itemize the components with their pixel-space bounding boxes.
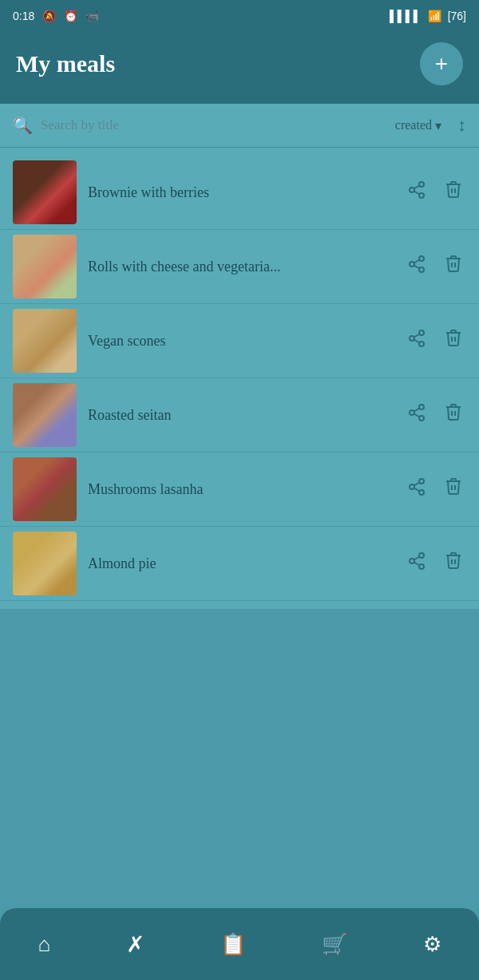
trash-icon — [444, 328, 463, 349]
meal-list: Brownie with berries — [0, 148, 479, 609]
wifi-icon: 📶 — [428, 10, 441, 22]
svg-line-14 — [414, 334, 420, 338]
svg-line-24 — [414, 483, 420, 486]
delete-button[interactable] — [441, 547, 466, 579]
meal-name: Brownie with berries — [88, 184, 404, 201]
meal-thumbnail — [13, 531, 77, 595]
meal-thumbnail — [13, 235, 77, 298]
share-icon — [407, 551, 426, 571]
delete-button[interactable] — [441, 325, 466, 357]
svg-line-4 — [414, 186, 420, 189]
svg-point-16 — [410, 410, 414, 415]
video-icon: 📹 — [85, 10, 99, 22]
search-input[interactable] — [41, 117, 387, 133]
share-icon — [407, 180, 426, 200]
nav-recipes[interactable]: ✗ — [126, 931, 144, 958]
share-button[interactable] — [404, 400, 430, 430]
share-button[interactable] — [404, 474, 430, 504]
list-icon: 📋 — [220, 932, 246, 957]
search-icon: 🔍 — [13, 116, 33, 135]
share-icon — [407, 255, 426, 274]
sort-toggle-icon[interactable]: ↕ — [457, 115, 466, 136]
svg-point-25 — [419, 553, 424, 558]
list-item[interactable]: Mushrooms lasanha — [0, 452, 479, 527]
search-bar: 🔍 created ▾ ↕ — [0, 104, 479, 148]
svg-point-26 — [410, 559, 414, 563]
bottom-navigation: ⌂ ✗ 📋 🛒 ⚙ — [0, 908, 479, 980]
alarm-icon: ⏰ — [64, 10, 77, 22]
nav-cart[interactable]: 🛒 — [322, 932, 347, 957]
list-item[interactable]: Rolls with cheese and vegetaria... — [0, 230, 479, 304]
delete-button[interactable] — [441, 176, 466, 208]
svg-line-29 — [414, 557, 420, 560]
share-button[interactable] — [404, 326, 430, 356]
svg-point-5 — [419, 256, 424, 261]
svg-point-27 — [419, 564, 424, 569]
meal-actions — [404, 251, 466, 283]
svg-line-9 — [414, 260, 420, 263]
status-bar: 0:18 🔕 ⏰ 📹 ▌▌▌▌ 📶 [76] — [0, 0, 479, 32]
trash-icon — [444, 476, 463, 497]
meal-actions — [404, 399, 466, 431]
list-item[interactable]: Almond pie — [0, 527, 479, 601]
share-button[interactable] — [404, 177, 430, 207]
trash-icon — [444, 254, 463, 275]
svg-point-2 — [419, 193, 424, 198]
home-icon: ⌂ — [38, 932, 50, 957]
meal-thumbnail — [13, 309, 77, 373]
meal-actions — [404, 325, 466, 357]
meal-name: Roasted seitan — [88, 407, 404, 424]
cart-icon: 🛒 — [322, 932, 347, 957]
svg-line-3 — [414, 192, 420, 195]
svg-line-8 — [414, 266, 420, 269]
svg-point-1 — [410, 188, 414, 192]
svg-point-20 — [419, 479, 424, 484]
meal-name: Vegan scones — [88, 333, 404, 350]
svg-point-17 — [419, 416, 424, 421]
svg-line-23 — [414, 488, 420, 492]
delete-button[interactable] — [441, 399, 466, 431]
svg-line-19 — [414, 409, 420, 412]
status-left: 0:18 🔕 ⏰ 📹 — [13, 10, 99, 22]
share-button[interactable] — [404, 251, 430, 282]
share-icon — [407, 403, 426, 422]
share-icon — [407, 329, 426, 348]
meal-name: Almond pie — [88, 555, 404, 572]
nav-home[interactable]: ⌂ — [38, 932, 50, 957]
svg-point-15 — [419, 405, 424, 409]
add-meal-button[interactable]: + — [420, 42, 463, 85]
notification-icon: 🔕 — [42, 10, 56, 22]
svg-point-12 — [419, 342, 424, 346]
sort-label[interactable]: created ▾ — [395, 118, 441, 133]
meal-actions — [404, 547, 466, 579]
delete-button[interactable] — [441, 251, 466, 283]
svg-point-11 — [410, 336, 414, 341]
header: My meals + — [0, 32, 479, 104]
share-icon — [407, 477, 426, 496]
status-right: ▌▌▌▌ 📶 [76] — [390, 10, 466, 22]
trash-icon — [444, 551, 463, 571]
svg-point-22 — [419, 490, 424, 495]
time-display: 0:18 — [13, 10, 34, 22]
nav-list[interactable]: 📋 — [220, 932, 246, 957]
signal-icon: ▌▌▌▌ — [390, 10, 422, 22]
settings-icon: ⚙ — [423, 932, 441, 957]
meal-actions — [404, 473, 466, 505]
meal-name: Mushrooms lasanha — [88, 481, 404, 498]
list-item[interactable]: Roasted seitan — [0, 378, 479, 452]
svg-point-7 — [419, 267, 424, 272]
svg-line-28 — [414, 563, 420, 566]
svg-line-13 — [414, 340, 420, 343]
cutlery-icon: ✗ — [126, 931, 144, 958]
battery-icon: [76] — [448, 10, 466, 22]
svg-point-6 — [410, 262, 414, 267]
trash-icon — [444, 402, 463, 423]
list-item[interactable]: Brownie with berries — [0, 156, 479, 230]
meal-thumbnail — [13, 457, 77, 521]
list-item[interactable]: Vegan scones — [0, 304, 479, 378]
meal-actions — [404, 176, 466, 208]
svg-point-10 — [419, 330, 424, 335]
share-button[interactable] — [404, 548, 430, 579]
nav-settings[interactable]: ⚙ — [423, 932, 441, 957]
delete-button[interactable] — [441, 473, 466, 505]
